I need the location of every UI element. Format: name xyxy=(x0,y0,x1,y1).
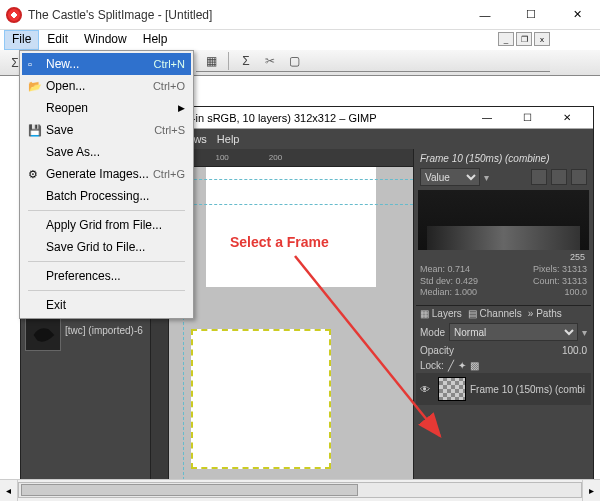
gimp-close-button[interactable]: ✕ xyxy=(547,108,587,128)
gimp-minimize-button[interactable]: — xyxy=(467,108,507,128)
menu-item-save-grid[interactable]: Save Grid to File... xyxy=(22,236,191,258)
chevron-down-icon[interactable]: ▾ xyxy=(484,172,489,183)
menu-item-batch-processing[interactable]: Batch Processing... xyxy=(22,185,191,207)
gimp-maximize-button[interactable]: ☐ xyxy=(507,108,547,128)
menu-item-save[interactable]: 💾 Save Ctrl+S xyxy=(22,119,191,141)
window-title: The Castle's SplitImage - [Untitled] xyxy=(28,8,462,22)
lock-label: Lock: xyxy=(420,360,444,371)
mdi-window-controls: _ ❐ x xyxy=(498,32,550,46)
gear-icon: ⚙ xyxy=(28,168,46,181)
menu-item-label: Preferences... xyxy=(46,269,185,283)
menu-item-apply-grid[interactable]: Apply Grid from File... xyxy=(22,214,191,236)
lock-pixel-icon[interactable]: ╱ xyxy=(448,360,454,371)
submenu-arrow-icon: ▶ xyxy=(178,103,185,113)
panel-button[interactable] xyxy=(531,169,547,185)
menu-item-label: Reopen xyxy=(46,101,185,115)
layer-row[interactable]: 👁 Frame 10 (150ms) (combi xyxy=(416,373,591,405)
layer-label: [twc] (imported)-6 xyxy=(65,325,143,336)
panel-button[interactable] xyxy=(571,169,587,185)
menu-shortcut: Ctrl+O xyxy=(153,80,185,92)
menu-item-save-as[interactable]: Save As... xyxy=(22,141,191,163)
menu-window[interactable]: Window xyxy=(76,30,135,50)
opacity-value: 100.0 xyxy=(562,345,587,356)
menu-item-reopen[interactable]: Reopen ▶ xyxy=(22,97,191,119)
titlebar: The Castle's SplitImage - [Untitled] — ☐… xyxy=(0,0,600,30)
menu-item-label: Save Grid to File... xyxy=(46,240,185,254)
mode-label: Mode xyxy=(420,327,445,338)
statusbar: ◂ ▸ xyxy=(0,479,600,501)
menu-item-exit[interactable]: Exit xyxy=(22,294,191,316)
value-select[interactable]: Value xyxy=(420,168,480,186)
menu-item-open[interactable]: 📂 Open... Ctrl+O xyxy=(22,75,191,97)
opacity-row: Opacity 100.0 xyxy=(416,343,591,358)
scroll-right-button[interactable]: ▸ xyxy=(582,480,600,501)
menu-item-label: Batch Processing... xyxy=(46,189,185,203)
selection-frame[interactable] xyxy=(191,329,331,469)
menu-separator xyxy=(28,261,185,262)
layer-name: Frame 10 (150ms) (combi xyxy=(470,384,585,395)
gimp-menu-help[interactable]: Help xyxy=(217,133,240,145)
scroll-left-button[interactable]: ◂ xyxy=(0,480,18,501)
menu-item-label: Exit xyxy=(46,298,185,312)
visibility-icon[interactable]: 👁 xyxy=(420,384,434,395)
menu-help[interactable]: Help xyxy=(135,30,176,50)
mdi-minimize-button[interactable]: _ xyxy=(498,32,514,46)
open-icon: 📂 xyxy=(28,80,46,93)
file-menu-dropdown: ▫ New... Ctrl+N 📂 Open... Ctrl+O Reopen … xyxy=(19,50,194,319)
menu-edit[interactable]: Edit xyxy=(39,30,76,50)
histogram[interactable] xyxy=(418,190,589,250)
toolbar-sigma-icon[interactable]: Σ xyxy=(235,50,257,72)
mode-row: Mode Normal ▾ xyxy=(416,321,591,343)
value-row: Value ▾ xyxy=(416,166,591,188)
gimp-right-panel: Frame 10 (150ms) (combine) Value ▾ 255 M… xyxy=(413,149,593,479)
tab-paths[interactable]: » Paths xyxy=(528,308,562,319)
window-controls: — ☐ ✕ xyxy=(462,0,600,30)
menu-item-label: Apply Grid from File... xyxy=(46,218,185,232)
toolbar-crop-icon[interactable]: ✂ xyxy=(259,50,281,72)
new-icon: ▫ xyxy=(28,58,46,70)
lock-alpha-icon[interactable]: ▩ xyxy=(470,360,479,371)
separator xyxy=(228,52,229,70)
panel-button[interactable] xyxy=(551,169,567,185)
menu-shortcut: Ctrl+N xyxy=(154,58,185,70)
image-canvas[interactable] xyxy=(206,167,376,287)
menu-item-label: Save As... xyxy=(46,145,185,159)
menu-separator xyxy=(28,210,185,211)
mdi-restore-button[interactable]: ❐ xyxy=(516,32,532,46)
menu-item-generate-images[interactable]: ⚙ Generate Images... Ctrl+G xyxy=(22,163,191,185)
lock-position-icon[interactable]: ✦ xyxy=(458,360,466,371)
close-button[interactable]: ✕ xyxy=(554,0,600,30)
menu-item-new[interactable]: ▫ New... Ctrl+N xyxy=(22,53,191,75)
statistics: Mean: 0.714Pixels: 31313 Std dev: 0.429C… xyxy=(416,262,591,301)
layer-thumbnail[interactable] xyxy=(438,377,466,401)
menu-item-label: Save xyxy=(46,123,154,137)
mode-select[interactable]: Normal xyxy=(449,323,578,341)
toolbar-button[interactable]: ▢ xyxy=(283,50,305,72)
menu-shortcut: Ctrl+G xyxy=(153,168,185,180)
guide[interactable] xyxy=(169,204,413,205)
menu-item-label: Open... xyxy=(46,79,153,93)
minimize-button[interactable]: — xyxy=(462,0,508,30)
menu-file[interactable]: File xyxy=(4,30,39,50)
scrollbar-thumb[interactable] xyxy=(21,484,358,496)
menu-item-preferences[interactable]: Preferences... xyxy=(22,265,191,287)
tab-channels[interactable]: ▤ Channels xyxy=(468,308,522,319)
frame-label: Frame 10 (150ms) (combine) xyxy=(416,151,591,166)
layer-thumbnail[interactable] xyxy=(25,315,61,351)
mdi-close-button[interactable]: x xyxy=(534,32,550,46)
toolbar-grid-icon[interactable]: ▦ xyxy=(200,50,222,72)
menu-shortcut: Ctrl+S xyxy=(154,124,185,136)
menu-separator xyxy=(28,290,185,291)
chevron-down-icon[interactable]: ▾ xyxy=(582,327,587,338)
maximize-button[interactable]: ☐ xyxy=(508,0,554,30)
toolbar-row-2: ▦ Σ ✂ ▢ xyxy=(196,50,550,72)
panel-tabs: ▦ Layers ▤ Channels » Paths xyxy=(416,305,591,321)
annotation-text: Select a Frame xyxy=(230,234,329,250)
horizontal-scrollbar[interactable] xyxy=(18,480,582,501)
menu-item-label: New... xyxy=(46,57,154,71)
max-value: 255 xyxy=(416,252,591,262)
lock-row: Lock: ╱ ✦ ▩ xyxy=(416,358,591,373)
save-icon: 💾 xyxy=(28,124,46,137)
tab-layers[interactable]: ▦ Layers xyxy=(420,308,462,319)
guide[interactable] xyxy=(169,179,413,180)
